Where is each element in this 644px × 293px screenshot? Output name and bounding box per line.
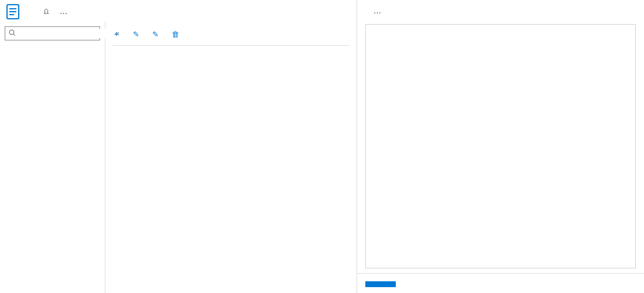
nav-section-settings [0,45,105,52]
more-icon[interactable]: ⋯ [57,6,70,20]
svg-line-5 [13,34,15,36]
json-editor[interactable] [365,24,636,268]
svg-point-4 [9,30,14,35]
ok-button[interactable] [365,281,396,287]
integration-account-icon [6,4,20,22]
pencil-icon: ✎ [133,30,139,39]
search-icon [9,29,16,38]
toolbar: ＋ ✎ ✎ 🗑 [112,26,350,46]
add-button[interactable]: ＋ [112,29,124,39]
sidebar: « [0,22,105,293]
blade-header: ⋯ [0,0,357,22]
main-content: ＋ ✎ ✎ 🗑 [105,22,357,293]
edit-button[interactable]: ✎ [133,30,143,39]
edit-json-button[interactable]: ✎ [152,30,162,39]
plus-icon: ＋ [112,29,120,39]
pin-icon[interactable] [40,6,53,21]
search-input[interactable] [19,29,109,38]
delete-button[interactable]: 🗑 [172,30,183,39]
trash-icon: 🗑 [172,30,179,39]
pencil-icon: ✎ [152,30,159,39]
right-panel: ⋯ [357,0,644,293]
left-panel: ⋯ « ＋ ✎ ✎ 🗑 [0,0,357,293]
more-icon[interactable]: ⋯ [371,6,383,19]
sidebar-search[interactable]: « [5,26,100,40]
